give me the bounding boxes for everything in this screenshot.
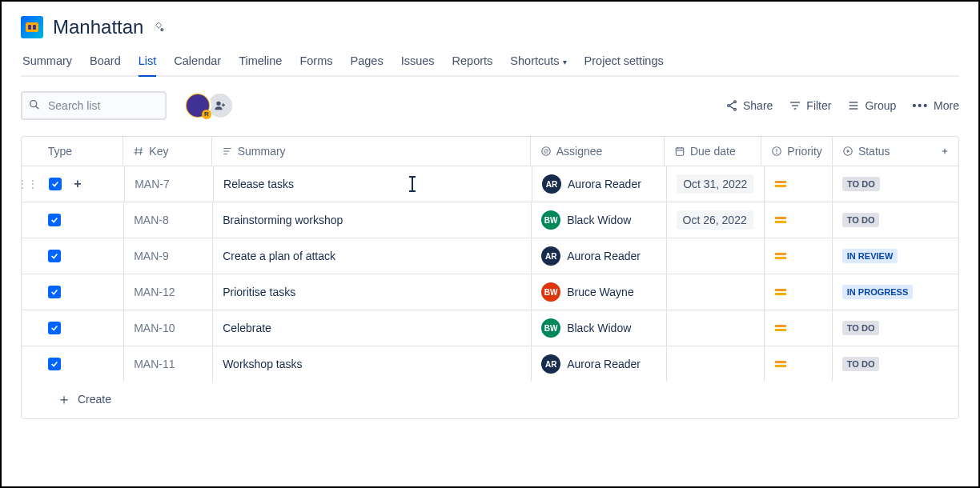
task-type-icon[interactable] [48, 286, 61, 298]
table-row[interactable]: MAN-12Prioritise tasksBWBruce WayneIN PR… [22, 274, 958, 310]
table-row[interactable]: MAN-11Workshop tasksARAurora ReaderTO DO [22, 346, 958, 382]
task-type-icon[interactable] [48, 358, 61, 370]
tab-reports[interactable]: Reports [452, 50, 493, 75]
svg-rect-26 [676, 148, 683, 155]
search-input-wrap [21, 91, 167, 120]
table-row[interactable]: MAN-10CelebrateBWBlack WidowTO DO [22, 310, 958, 346]
status-badge[interactable]: IN REVIEW [842, 249, 898, 263]
svg-rect-37 [775, 185, 786, 187]
priority-medium-icon[interactable] [774, 250, 789, 262]
issue-key[interactable]: MAN-9 [134, 250, 169, 262]
search-icon [28, 98, 41, 111]
issue-summary[interactable]: Brainstorming workshop [223, 214, 343, 226]
status-badge[interactable]: TO DO [842, 177, 880, 191]
assignee-avatar[interactable]: AR [541, 246, 560, 266]
add-subtask-icon[interactable]: + [71, 178, 84, 190]
issue-key[interactable]: MAN-8 [134, 214, 169, 226]
status-badge[interactable]: IN PROGRESS [842, 285, 913, 299]
svg-rect-44 [775, 325, 786, 327]
filter-button[interactable]: Filter [789, 99, 831, 112]
tab-issues[interactable]: Issues [401, 50, 435, 75]
svg-line-2 [36, 106, 39, 110]
customize-icon[interactable] [153, 21, 166, 34]
add-column-button[interactable] [931, 137, 958, 166]
assignee-avatar[interactable]: AR [542, 174, 561, 194]
issues-table: Type Key Summary @ Assignee Due date Pri… [21, 136, 959, 419]
text-cursor-icon [412, 178, 413, 190]
tab-board[interactable]: Board [90, 50, 121, 75]
priority-medium-icon[interactable] [774, 286, 789, 298]
col-type[interactable]: Type [34, 137, 124, 166]
col-status[interactable]: Status [833, 137, 931, 166]
svg-rect-43 [775, 293, 786, 295]
tab-list[interactable]: List [139, 50, 157, 75]
group-button[interactable]: Group [847, 99, 896, 112]
issue-summary[interactable]: Release tasks [223, 178, 294, 190]
svg-point-0 [161, 29, 163, 31]
assignee-name[interactable]: Aurora Reader [567, 358, 641, 370]
col-priority[interactable]: Priority [761, 137, 833, 166]
assignee-avatar[interactable]: AR [541, 354, 560, 374]
issue-key[interactable]: MAN-12 [134, 286, 175, 298]
svg-point-8 [734, 108, 737, 110]
issue-key[interactable]: MAN-10 [134, 322, 175, 334]
svg-line-17 [136, 147, 137, 154]
tab-pages[interactable]: Pages [351, 50, 384, 75]
project-icon[interactable] [21, 16, 43, 38]
assignee-name[interactable]: Bruce Wayne [567, 286, 634, 298]
col-key[interactable]: Key [123, 137, 211, 166]
svg-point-3 [216, 102, 220, 106]
col-assignee[interactable]: @ Assignee [531, 137, 665, 166]
issue-summary[interactable]: Workshop tasks [223, 358, 302, 370]
task-type-icon[interactable] [48, 322, 61, 334]
tab-calendar[interactable]: Calendar [174, 50, 221, 75]
svg-rect-47 [775, 365, 786, 367]
assignee-avatar[interactable]: BW [541, 318, 560, 338]
create-button[interactable]: ＋ Create [22, 382, 958, 418]
share-button[interactable]: Share [725, 99, 773, 112]
tab-timeline[interactable]: Timeline [239, 50, 282, 75]
assignee-name[interactable]: Black Widow [567, 322, 631, 334]
tab-forms[interactable]: Forms [299, 50, 332, 75]
avatar-current-user[interactable] [184, 92, 211, 119]
priority-medium-icon[interactable] [774, 358, 789, 370]
task-type-icon[interactable] [48, 214, 61, 226]
tab-shortcuts[interactable]: Shortcuts▾ [510, 50, 566, 75]
status-badge[interactable]: TO DO [842, 357, 880, 371]
status-badge[interactable]: TO DO [842, 213, 880, 227]
search-input[interactable] [21, 91, 167, 120]
priority-medium-icon[interactable] [774, 178, 789, 190]
issue-summary[interactable]: Celebrate [223, 322, 271, 334]
table-row[interactable]: ⋮⋮+MAN-7Release tasksARAurora ReaderOct … [22, 166, 958, 202]
due-date[interactable]: Oct 31, 2022 [677, 174, 753, 194]
task-type-icon[interactable] [48, 250, 61, 262]
priority-medium-icon[interactable] [774, 322, 789, 334]
assignee-avatar[interactable]: BW [541, 282, 560, 302]
task-type-icon[interactable] [49, 178, 62, 190]
priority-medium-icon[interactable] [774, 214, 789, 226]
svg-point-7 [728, 105, 730, 107]
table-row[interactable]: MAN-8Brainstorming workshopBWBlack Widow… [22, 202, 958, 238]
issue-summary[interactable]: Create a plan of attack [223, 250, 335, 262]
col-summary[interactable]: Summary [212, 137, 531, 166]
assignee-name[interactable]: Black Widow [567, 214, 631, 226]
issue-key[interactable]: MAN-7 [135, 178, 170, 190]
svg-text:@: @ [543, 148, 548, 154]
tab-project-settings[interactable]: Project settings [584, 50, 664, 75]
issue-summary[interactable]: Prioritise tasks [223, 286, 295, 298]
assignee-avatar[interactable]: BW [541, 210, 560, 230]
table-row[interactable]: MAN-9Create a plan of attackARAurora Rea… [22, 238, 958, 274]
assignee-name[interactable]: Aurora Reader [568, 178, 641, 190]
issue-key[interactable]: MAN-11 [134, 358, 175, 370]
svg-line-10 [729, 106, 733, 109]
svg-point-1 [30, 101, 37, 107]
svg-rect-46 [775, 361, 786, 363]
status-badge[interactable]: TO DO [842, 321, 880, 335]
assignee-name[interactable]: Aurora Reader [567, 250, 641, 262]
col-duedate[interactable]: Due date [665, 137, 761, 166]
more-button[interactable]: ••• More [912, 99, 959, 112]
due-date[interactable]: Oct 26, 2022 [677, 210, 753, 230]
tab-summary[interactable]: Summary [22, 50, 72, 75]
svg-rect-38 [775, 217, 786, 219]
nav-tabs: SummaryBoardListCalendarTimelineFormsPag… [21, 50, 959, 77]
